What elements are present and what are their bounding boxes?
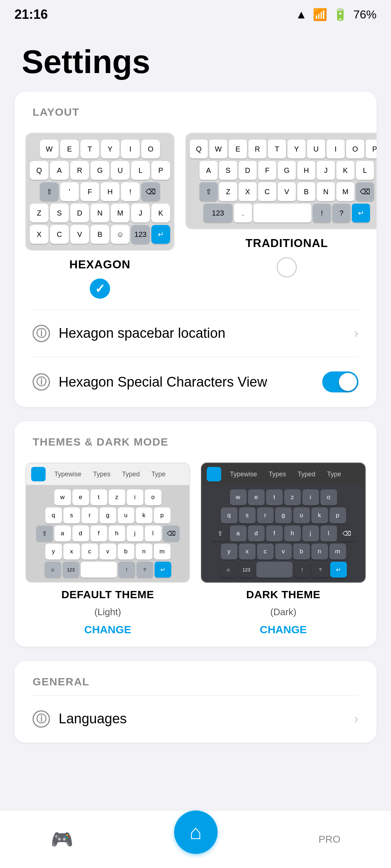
trad-key-enter: ↵ <box>352 204 370 222</box>
default-theme-sub: (Light) <box>94 607 121 618</box>
wifi-icon: ▲ <box>295 8 307 21</box>
hex-key: E <box>60 140 79 158</box>
trad-key: M <box>336 182 354 201</box>
traditional-keyboard-preview: Q W E R T Y U I O P A S D <box>185 133 377 229</box>
trad-key-space <box>253 204 311 222</box>
trad-key: S <box>219 161 237 180</box>
bottom-nav: 🎮 ⌂ PRO <box>0 810 391 868</box>
trad-key: A <box>199 161 218 180</box>
hexagon-special-chars-label: Hexagon Special Characters View <box>59 373 314 391</box>
dark-theme-label: DARK THEME <box>246 588 320 601</box>
info-icon-spacebar: ⓘ <box>33 325 50 342</box>
trad-key: P <box>366 140 377 158</box>
hex-key: N <box>91 204 109 222</box>
info-icon-languages: ⓘ <box>33 710 50 728</box>
hexagon-spacebar-label: Hexagon spacebar location <box>59 324 345 342</box>
default-theme-option[interactable]: Typewise Types Typed Type w e t z i o <box>25 463 190 636</box>
hex-key: H <box>101 182 119 201</box>
hex-key: J <box>131 204 150 222</box>
hex-key: I <box>121 140 140 158</box>
hex-key: C <box>50 225 69 244</box>
light-top-bar: Typewise Types Typed Type <box>26 463 189 485</box>
trad-key: E <box>229 140 247 158</box>
trad-key: G <box>278 161 296 180</box>
hex-key: M <box>111 204 130 222</box>
hexagon-special-chars-row[interactable]: ⓘ Hexagon Special Characters View <box>14 357 377 407</box>
toggle-knob <box>339 373 357 391</box>
trad-keyboard: Q W E R T Y U I O P A S D <box>186 133 377 229</box>
hex-key: W <box>40 140 59 158</box>
dark-theme-sub: (Dark) <box>270 607 296 618</box>
hex-key: R <box>70 161 89 180</box>
hex-key: G <box>91 161 109 180</box>
trad-key: X <box>239 182 257 201</box>
languages-row[interactable]: ⓘ Languages › <box>14 695 377 742</box>
trad-key: T <box>268 140 286 158</box>
page-title: Settings <box>0 29 391 92</box>
hex-key: F <box>80 182 99 201</box>
hex-key-123: 123 <box>131 225 150 244</box>
trad-key-exclaim: ! <box>313 204 331 222</box>
dark-theme-option[interactable]: Typewise Types Typed Type w e t z i o <box>201 463 366 636</box>
light-keys: w e t z i o q s r g u k p <box>26 485 189 582</box>
dark-top-bar: Typewise Types Typed Type <box>202 463 365 485</box>
dark-theme-change-btn[interactable]: CHANGE <box>260 624 307 636</box>
trad-key-shift: ⇧ <box>199 182 218 201</box>
trad-key-question: ? <box>332 204 350 222</box>
nav-home-button[interactable]: ⌂ <box>174 810 218 854</box>
default-theme-change-btn[interactable]: CHANGE <box>84 624 131 636</box>
hexagon-option[interactable]: W E T Y I O Q A R G U L P <box>25 133 175 299</box>
hex-key: O <box>141 140 160 158</box>
special-chars-toggle[interactable] <box>322 371 358 392</box>
trad-key: H <box>297 161 315 180</box>
hex-key: ! <box>121 182 140 201</box>
hex-key: S <box>50 204 69 222</box>
hex-key: Z <box>30 204 49 222</box>
trad-key: I <box>327 140 345 158</box>
hex-key: ' <box>60 182 79 201</box>
status-icons: ▲ 📶 🔋 76% <box>295 8 377 21</box>
battery-icon: 🔋 <box>333 8 348 21</box>
hexagon-label: HEXAGON <box>70 258 131 271</box>
hex-key: K <box>151 204 170 222</box>
trad-key: Q <box>190 140 208 158</box>
gamepad-icon[interactable]: 🎮 <box>51 829 73 850</box>
chevron-right-icon: › <box>354 326 358 341</box>
hex-key: B <box>91 225 109 244</box>
hex-key: X <box>30 225 49 244</box>
signal-icon: 📶 <box>313 8 327 21</box>
hex-key: L <box>131 161 150 180</box>
layout-options: W E T Y I O Q A R G U L P <box>14 125 377 310</box>
hex-key: A <box>50 161 69 180</box>
hex-key: D <box>70 204 89 222</box>
app-icon-light <box>31 467 46 481</box>
info-icon-special-chars: ⓘ <box>33 373 50 391</box>
traditional-radio[interactable] <box>277 257 297 277</box>
hex-keyboard: W E T Y I O Q A R G U L P <box>26 133 174 250</box>
trad-key: D <box>239 161 257 180</box>
hex-key-enter: ↵ <box>151 225 170 244</box>
trad-key: J <box>317 161 335 180</box>
themes-card: THEMES & DARK MODE Typewise Types Typed … <box>14 421 377 647</box>
app-icon-dark <box>207 467 221 481</box>
trad-key: O <box>346 140 364 158</box>
trad-key: L <box>356 161 374 180</box>
home-icon: ⌂ <box>190 820 202 844</box>
general-card: GENERAL ⓘ Languages › <box>14 661 377 742</box>
traditional-option[interactable]: Q W E R T Y U I O P A S D <box>185 133 377 299</box>
hexagon-spacebar-row[interactable]: ⓘ Hexagon spacebar location › <box>14 310 377 357</box>
general-section-header: GENERAL <box>14 661 377 695</box>
layout-section-header: LAYOUT <box>14 92 377 125</box>
trad-key: R <box>248 140 266 158</box>
nav-item-pro[interactable]: PRO <box>319 834 341 845</box>
theme-options: Typewise Types Typed Type w e t z i o <box>14 455 377 647</box>
dark-theme-preview: Typewise Types Typed Type w e t z i o <box>201 463 366 583</box>
status-time: 21:16 <box>14 7 48 22</box>
trad-key: B <box>297 182 315 201</box>
pro-label[interactable]: PRO <box>319 834 341 845</box>
hexagon-radio-selected[interactable] <box>90 278 110 299</box>
layout-card: LAYOUT W E T Y I O Q A R <box>14 92 377 407</box>
nav-item-gamepad[interactable]: 🎮 <box>51 829 73 850</box>
trad-key-dot: . <box>234 204 252 222</box>
hex-key: P <box>151 161 170 180</box>
